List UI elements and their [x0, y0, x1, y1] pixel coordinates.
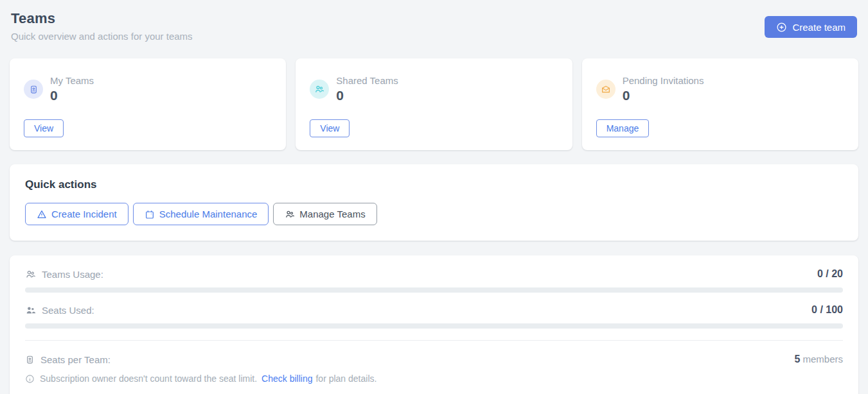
- card-top: Shared Teams 0: [310, 75, 558, 103]
- manage-teams-label: Manage Teams: [299, 209, 365, 219]
- card-value: 0: [50, 88, 94, 103]
- user-group-outline-icon: [25, 269, 36, 280]
- card-top: My Teams 0: [24, 75, 272, 103]
- page-title: Teams: [11, 10, 193, 27]
- usage-note: Subscription owner doesn't count toward …: [25, 373, 843, 384]
- card-text: Shared Teams 0: [336, 75, 398, 103]
- seats-per-team-label: Seats per Team:: [40, 354, 111, 365]
- info-icon: [25, 374, 35, 384]
- card-title: Shared Teams: [336, 75, 398, 86]
- card-text: My Teams 0: [50, 75, 94, 103]
- users-icon: [285, 209, 295, 219]
- create-team-label: Create team: [792, 22, 846, 33]
- my-teams-view-button[interactable]: View: [24, 119, 64, 137]
- usage-note-text: Subscription owner doesn't count toward …: [40, 373, 376, 384]
- check-billing-link[interactable]: Check billing: [261, 373, 312, 384]
- seats-per-team-row: Seats per Team: 5 members: [25, 354, 843, 365]
- seats-per-team-unit: members: [802, 354, 843, 364]
- create-incident-button[interactable]: Create Incident: [25, 203, 128, 225]
- card-text: Pending Invitations 0: [623, 75, 704, 103]
- usage-divider: [25, 340, 843, 341]
- note-text-after: for plan details.: [315, 373, 376, 384]
- seats-per-team-value: 5 members: [794, 354, 843, 365]
- card-top: Pending Invitations 0: [596, 75, 844, 103]
- my-teams-card: My Teams 0 View: [10, 58, 286, 150]
- manage-teams-button[interactable]: Manage Teams: [273, 203, 376, 225]
- envelope-icon: [596, 80, 616, 99]
- teams-usage-value: 0 / 20: [817, 268, 843, 280]
- seats-per-team-label-wrap: Seats per Team:: [25, 354, 111, 365]
- seats-per-team-number: 5: [794, 354, 800, 364]
- page-header-text: Teams Quick overview and actions for you…: [11, 10, 193, 42]
- circle-plus-icon: [776, 22, 787, 33]
- teams-usage-progress: [25, 287, 843, 293]
- id-badge-icon: [24, 80, 43, 99]
- shared-teams-card: Shared Teams 0 View: [296, 58, 572, 150]
- alert-triangle-icon: [37, 209, 47, 219]
- teams-usage-label-wrap: Teams Usage:: [25, 269, 103, 280]
- card-title: Pending Invitations: [623, 75, 704, 86]
- seats-used-label: Seats Used:: [42, 305, 94, 316]
- create-incident-label: Create Incident: [51, 209, 117, 219]
- pending-invitations-card: Pending Invitations 0 Manage: [582, 58, 858, 150]
- card-title: My Teams: [50, 75, 94, 86]
- user-group-icon: [310, 80, 329, 99]
- quick-actions-panel: Quick actions Create Incident Schedule M…: [10, 164, 858, 241]
- teams-usage-label: Teams Usage:: [42, 269, 103, 280]
- seats-used-row: Seats Used: 0 / 100: [25, 304, 843, 316]
- card-value: 0: [623, 88, 704, 103]
- stat-cards-row: My Teams 0 View Shared Teams 0 View: [10, 58, 858, 150]
- schedule-maintenance-button[interactable]: Schedule Maintenance: [133, 203, 269, 225]
- id-badge-icon: [25, 355, 35, 364]
- seats-used-value: 0 / 100: [811, 304, 843, 316]
- card-value: 0: [336, 88, 398, 103]
- create-team-button[interactable]: Create team: [765, 16, 857, 38]
- note-text-before: Subscription owner doesn't count toward …: [40, 373, 257, 384]
- page-header: Teams Quick overview and actions for you…: [11, 10, 857, 42]
- usage-panel: Teams Usage: 0 / 20 Seats Used: 0 / 100: [10, 255, 858, 394]
- users-filled-icon: [25, 305, 36, 316]
- quick-actions-heading: Quick actions: [25, 178, 843, 191]
- seats-used-label-wrap: Seats Used:: [25, 305, 94, 316]
- schedule-maintenance-label: Schedule Maintenance: [159, 209, 258, 219]
- page-subtitle: Quick overview and actions for your team…: [11, 31, 193, 42]
- pending-invitations-manage-button[interactable]: Manage: [596, 119, 650, 137]
- teams-usage-row: Teams Usage: 0 / 20: [25, 268, 843, 280]
- quick-actions-buttons: Create Incident Schedule Maintenance: [25, 203, 843, 225]
- seats-used-progress: [25, 323, 843, 329]
- shared-teams-view-button[interactable]: View: [310, 119, 350, 137]
- calendar-icon: [145, 209, 155, 219]
